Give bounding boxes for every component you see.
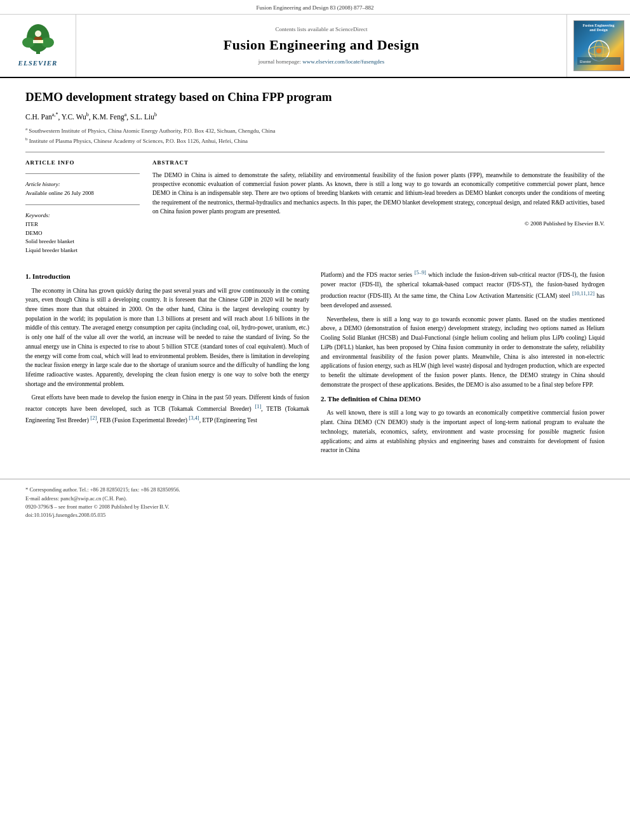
elsevier-tree-icon bbox=[19, 22, 57, 57]
svg-text:Elsevier: Elsevier bbox=[580, 60, 591, 63]
footer-issn-text: 0920-3796/$ – see front matter © 2008 Pu… bbox=[25, 503, 169, 510]
footer-corresponding: * Corresponding author. Tel.: +86 28 828… bbox=[25, 486, 605, 495]
footer: * Corresponding author. Tel.: +86 28 828… bbox=[0, 479, 630, 524]
copyright-notice: © 2008 Published by Elsevier B.V. bbox=[152, 220, 605, 228]
ref-5-9[interactable]: [5–9] bbox=[414, 269, 426, 276]
main-content: DEMO development strategy based on China… bbox=[0, 78, 630, 472]
journal-cover-section: Fusion Engineering and Design Elsevier bbox=[566, 15, 630, 77]
article-info-panel: ARTICLE INFO Article history: Available … bbox=[25, 159, 140, 260]
svg-rect-7 bbox=[38, 40, 43, 43]
body-columns: 1. Introduction The economy in China has… bbox=[25, 269, 605, 460]
article-history-section: Article history: Available online 26 Jul… bbox=[25, 180, 140, 198]
sciencedirect-label: Contents lists available at ScienceDirec… bbox=[276, 26, 368, 32]
affil-a-label: a bbox=[25, 126, 27, 131]
keyword-liquid: Liquid breeder blanket bbox=[25, 246, 140, 255]
affil-b-text: Institute of Plasma Physics, Chinese Aca… bbox=[29, 138, 248, 144]
footer-asterisk-note: * Corresponding author. Tel.: +86 28 828… bbox=[25, 486, 180, 493]
footer-doi: doi:10.1016/j.fusengdes.2008.05.035 bbox=[25, 511, 605, 519]
svg-point-12 bbox=[596, 48, 601, 53]
article-title: DEMO development strategy based on China… bbox=[25, 90, 605, 105]
sciencedirect-bar: Contents lists available at ScienceDirec… bbox=[276, 25, 368, 34]
section2-para1: As well known, there is still a long way… bbox=[321, 408, 605, 455]
ref-10-12[interactable]: [10,11,12] bbox=[572, 290, 594, 297]
elsevier-logo: ELSEVIER bbox=[18, 22, 58, 68]
ref-3-4[interactable]: [3,4] bbox=[189, 415, 199, 421]
elsevier-wordmark: ELSEVIER bbox=[18, 58, 58, 68]
article-meta-section: ARTICLE INFO Article history: Available … bbox=[25, 159, 605, 260]
keyword-demo: DEMO bbox=[25, 229, 140, 238]
ref-1[interactable]: [1] bbox=[255, 403, 261, 410]
section1-heading: 1. Introduction bbox=[25, 271, 309, 282]
authors-line: C.H. Pana,*, Y.C. Wub, K.M. Fenga, S.L. … bbox=[25, 111, 605, 122]
elsevier-logo-section: ELSEVIER bbox=[0, 15, 76, 77]
affil-a-text: Southwestern Institute of Physics, China… bbox=[29, 128, 275, 134]
footer-issn: 0920-3796/$ – see front matter © 2008 Pu… bbox=[25, 503, 605, 511]
journal-banner: ELSEVIER Contents lists available at Sci… bbox=[0, 15, 630, 78]
cover-graphic-icon: Elsevier bbox=[577, 33, 620, 65]
keywords-divider bbox=[25, 204, 140, 205]
author4-name: , S.L. Liu bbox=[126, 113, 154, 121]
info-divider bbox=[25, 173, 140, 174]
article-info-label: ARTICLE INFO bbox=[25, 159, 140, 167]
author3-name: , K.M. Feng bbox=[89, 113, 124, 121]
right-column: Platform) and the FDS reactor series [5–… bbox=[321, 269, 605, 460]
ref-2[interactable]: [2] bbox=[90, 415, 97, 421]
journal-citation-bar: Fusion Engineering and Design 83 (2008) … bbox=[0, 0, 630, 15]
banner-center: Contents lists available at ScienceDirec… bbox=[76, 15, 566, 77]
author2-name: , Y.C. Wu bbox=[58, 113, 86, 121]
keywords-section: Keywords: ITER DEMO Solid breeder blanke… bbox=[25, 211, 140, 255]
journal-homepage-bar: journal homepage: www.elsevier.com/locat… bbox=[258, 58, 384, 66]
cover-text1: Fusion Engineering bbox=[582, 23, 614, 29]
svg-rect-6 bbox=[33, 40, 38, 43]
author1-affil: a,* bbox=[52, 112, 58, 117]
section1-para1: The economy in China has grown quickly d… bbox=[25, 286, 309, 389]
author4-affil: b bbox=[154, 112, 157, 117]
section1-para2: Great efforts have been made to develop … bbox=[25, 393, 309, 425]
svg-point-4 bbox=[35, 30, 41, 37]
abstract-label: ABSTRACT bbox=[152, 159, 605, 167]
footer-email: E-mail address: panch@swip.ac.cn (C.H. P… bbox=[25, 495, 605, 503]
journal-citation: Fusion Engineering and Design 83 (2008) … bbox=[257, 4, 374, 11]
author1-name: C.H. Pan bbox=[25, 113, 52, 121]
homepage-url: www.elsevier.com/locate/fusengdes bbox=[302, 58, 384, 65]
section1-right-para1: Platform) and the FDS reactor series [5–… bbox=[321, 269, 605, 310]
available-online: Available online 26 July 2008 bbox=[25, 189, 140, 198]
cover-text2: and Design bbox=[589, 28, 608, 33]
affiliations: a Southwestern Institute of Physics, Chi… bbox=[25, 126, 605, 145]
journal-cover-image: Fusion Engineering and Design Elsevier bbox=[573, 20, 624, 71]
abstract-panel: ABSTRACT The DEMO in China is aimed to d… bbox=[152, 159, 605, 260]
page: Fusion Engineering and Design 83 (2008) … bbox=[0, 0, 630, 840]
section1-right-para2: Nevertheless, there is still a long way … bbox=[321, 315, 605, 390]
history-title: Article history: bbox=[25, 180, 140, 189]
abstract-text: The DEMO in China is aimed to demonstrat… bbox=[152, 171, 605, 216]
keyword-iter: ITER bbox=[25, 220, 140, 229]
footer-email-text: E-mail address: panch@swip.ac.cn (C.H. P… bbox=[25, 495, 127, 502]
keywords-title: Keywords: bbox=[25, 211, 140, 220]
homepage-label: journal homepage: bbox=[258, 58, 301, 65]
affil-b-label: b bbox=[25, 137, 28, 142]
divider-top bbox=[25, 152, 605, 152]
keyword-solid: Solid breeder blanket bbox=[25, 237, 140, 246]
section2-heading: 2. The definition of China DEMO bbox=[321, 394, 605, 404]
journal-title-banner: Fusion Engineering and Design bbox=[224, 36, 420, 55]
footer-doi-text: doi:10.1016/j.fusengdes.2008.05.035 bbox=[25, 512, 105, 518]
left-column: 1. Introduction The economy in China has… bbox=[25, 269, 309, 460]
